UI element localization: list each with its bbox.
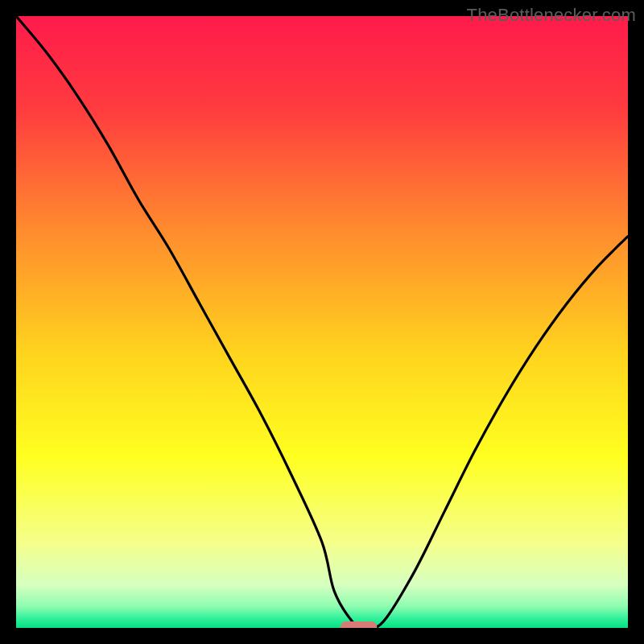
- optimum-marker: [341, 621, 378, 628]
- bottleneck-chart: [16, 16, 628, 628]
- chart-frame: TheBottlenecker.com: [0, 0, 644, 644]
- gradient-background: [16, 16, 628, 628]
- watermark-text: TheBottlenecker.com: [467, 5, 636, 26]
- plot-area: [16, 16, 628, 628]
